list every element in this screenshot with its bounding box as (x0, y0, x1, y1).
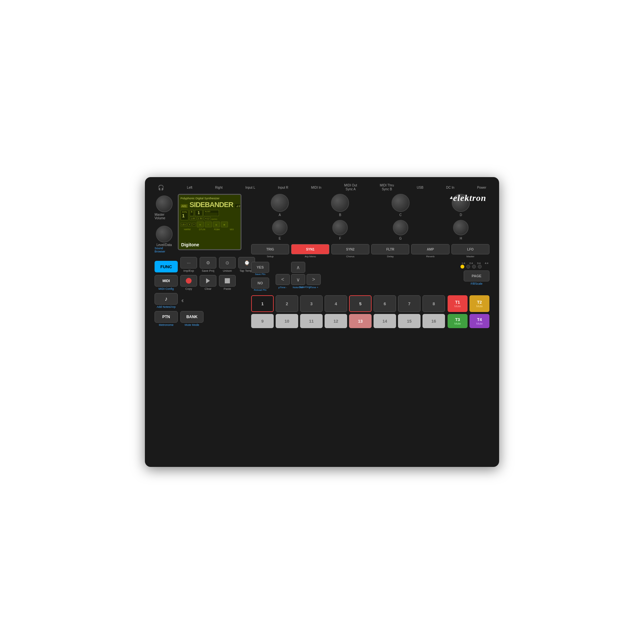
func-buttons-row: TRIG Setup SYN1 Arp Menu SYN2 Chorus FLT… (248, 244, 489, 258)
step-14-button[interactable]: 14 (374, 314, 396, 328)
t4-mute-label: Mute (476, 322, 483, 325)
func-button[interactable]: FUNC (155, 261, 178, 272)
step-15-button[interactable]: 15 (398, 314, 421, 328)
fltr-button[interactable]: FLTR (371, 244, 409, 254)
step-row-1: 1 2 3 4 5 (251, 295, 445, 312)
lfo-button[interactable]: LFO (451, 244, 489, 254)
record-circle (186, 278, 192, 284)
led-3 (472, 265, 476, 269)
knob-h-wrap: H (432, 220, 490, 240)
knob-a[interactable] (271, 194, 289, 212)
arrow-left-button[interactable]: < (276, 274, 290, 285)
label-dtun: DTUN (195, 228, 209, 231)
mute-mode-label: Mute Mode (185, 323, 199, 327)
step-7-button[interactable]: 7 (398, 295, 421, 312)
stop-button[interactable] (219, 275, 236, 287)
t4-wrap: T4 Mute (469, 314, 489, 328)
syn2-btn-wrap: SYN2 Chorus (331, 244, 369, 258)
port-right: Right (215, 186, 223, 189)
step-row-2: 9 10 11 12 13 14 15 16 (251, 314, 445, 328)
step-13-button[interactable]: 13 (349, 314, 372, 328)
knob-e[interactable] (272, 220, 288, 235)
master-volume-knob[interactable] (156, 195, 173, 212)
step-1-button[interactable]: 1 (251, 295, 274, 312)
copy-button[interactable] (180, 275, 197, 287)
unison-button[interactable]: ⊙ (219, 257, 236, 269)
knob-g-wrap: G (372, 220, 429, 240)
imp-exp-label: Imp/Exp (183, 269, 194, 272)
t1-mute-label: Mute (454, 305, 461, 308)
step-6-button[interactable]: 6 (374, 295, 396, 312)
arrow-up-button[interactable]: ∧ (291, 262, 305, 273)
yes-button[interactable]: YES (251, 262, 269, 273)
amp-btn-wrap: AMP Reverb (411, 244, 449, 258)
level-data-label: Level/Data (156, 243, 172, 247)
no-wrap: NO Reload Ptn (251, 278, 269, 291)
knob-f[interactable] (332, 220, 348, 235)
copy-label: Copy (185, 287, 192, 290)
step-8-button[interactable]: 8 (422, 295, 445, 312)
amp-button[interactable]: AMP (411, 244, 449, 254)
trig-button[interactable]: TRIG (251, 244, 289, 254)
t1-button[interactable]: T1 Mute (448, 295, 468, 312)
ptn-button[interactable]: PTN (155, 311, 178, 323)
t2-button[interactable]: T2 Mute (469, 295, 489, 312)
arrow-down-button[interactable]: ∨ (291, 274, 305, 285)
transport-buttons: Copy Clear Paste (180, 275, 236, 290)
step-12-button[interactable]: 12 (325, 314, 347, 328)
no-button[interactable]: NO (251, 278, 269, 289)
port-input-l: Input L (245, 186, 255, 189)
step-11-button[interactable]: 11 (300, 314, 323, 328)
step-3-button[interactable]: 3 (300, 295, 323, 312)
display-screen: Polyphonic Digital Synthesizer A01 SIDEB… (178, 194, 241, 250)
knob-d-label: D (460, 213, 462, 217)
screen-lev-label: LEU (181, 223, 187, 226)
screen-x-label: X (188, 223, 191, 226)
play-button[interactable] (200, 275, 216, 287)
knob-b[interactable] (331, 194, 349, 212)
step-2-wrap: 2 (276, 295, 298, 312)
step-6-wrap: 6 (374, 295, 396, 312)
port-midi-out: MIDI OutSync A (344, 184, 357, 191)
add-notes-button[interactable]: ♪ (155, 293, 178, 305)
level-data-knob[interactable] (156, 226, 173, 242)
step-2-button[interactable]: 2 (276, 295, 298, 312)
step-5-button[interactable]: 5 (349, 295, 372, 312)
t4-button[interactable]: T4 Mute (469, 314, 489, 328)
save-proj-icon: ⚙ (206, 260, 210, 265)
syn2-button[interactable]: SYN2 (331, 244, 369, 254)
step-16-button[interactable]: 16 (422, 314, 445, 328)
knob-c[interactable] (392, 194, 410, 212)
imp-exp-button[interactable]: ··· (180, 257, 197, 269)
port-input-r: Input R (278, 186, 288, 189)
screen-bottom-labels: HARM DTUN FDBK MIX (181, 228, 239, 231)
screen-b-label: B (190, 210, 194, 216)
screen-val1: 1.00 (190, 217, 196, 220)
knob-g-label: G (399, 237, 402, 240)
stop-icon (225, 278, 230, 283)
screen-icon-mix: ⊞ (221, 222, 228, 227)
syn2-sublabel: Chorus (346, 255, 355, 258)
bank-button[interactable]: BANK (180, 311, 204, 323)
unison-wrap: ⊙ Unison (219, 257, 236, 272)
knob-g[interactable] (393, 220, 408, 235)
syn1-button[interactable]: SYN1 (291, 244, 329, 254)
t1-wrap: T1 Mute (448, 295, 468, 312)
save-proj-wrap: ⚙ Save Proj (200, 257, 216, 272)
unison-icon: ⊙ (225, 260, 229, 265)
imp-exp-icon: ··· (187, 260, 191, 265)
step-10-button[interactable]: 10 (276, 314, 298, 328)
midi-button[interactable]: MIDI (155, 275, 178, 287)
arrow-right-button[interactable]: > (307, 274, 321, 285)
t3-button[interactable]: T3 Mute (448, 314, 468, 328)
knob-h[interactable] (453, 220, 469, 235)
seq-rows: 1 2 3 4 5 (251, 295, 445, 328)
step-9-button[interactable]: 9 (251, 314, 274, 328)
page-button[interactable]: PAGE (464, 270, 489, 281)
step-3-wrap: 3 (300, 295, 323, 312)
step-4-button[interactable]: 4 (325, 295, 347, 312)
t3-wrap: T3 Mute (448, 314, 468, 328)
save-proj-button[interactable]: ⚙ (200, 257, 216, 269)
paste-wrap: Paste (219, 275, 236, 290)
led-4 (478, 265, 482, 269)
